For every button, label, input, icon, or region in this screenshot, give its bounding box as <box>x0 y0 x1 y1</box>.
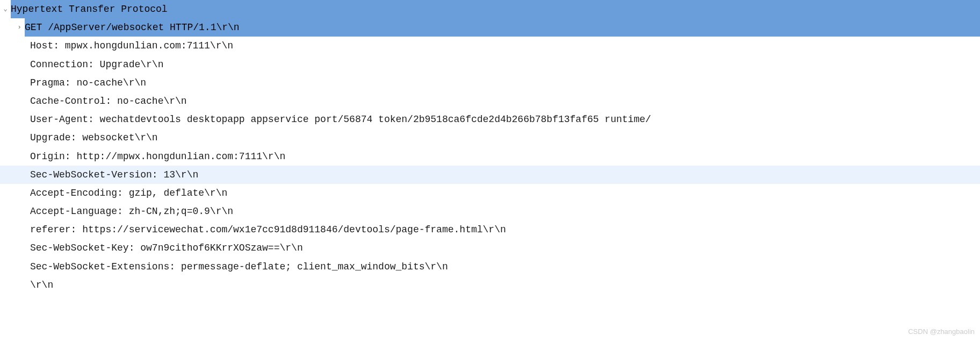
header-value: User-Agent: wechatdevtools desktopapp ap… <box>30 110 980 129</box>
header-value: Accept-Language: zh-CN,zh;q=0.9\r\n <box>30 202 980 220</box>
header-row[interactable]: \r\n <box>0 276 980 294</box>
header-value: Sec-WebSocket-Version: 13\r\n <box>30 166 980 184</box>
header-value: referer: https://servicewechat.com/wx1e7… <box>30 220 980 239</box>
header-row[interactable]: referer: https://servicewechat.com/wx1e7… <box>0 220 980 239</box>
header-row[interactable]: Accept-Encoding: gzip, deflate\r\n <box>0 184 980 202</box>
request-line-row[interactable]: › GET /AppServer/websocket HTTP/1.1\r\n <box>0 18 980 37</box>
header-value: \r\n <box>30 276 980 294</box>
header-row[interactable]: Host: mpwx.hongdunlian.com:7111\r\n <box>0 37 980 55</box>
header-value: Cache-Control: no-cache\r\n <box>30 92 980 110</box>
header-value: Sec-WebSocket-Extensions: permessage-def… <box>30 258 980 276</box>
header-value: Accept-Encoding: gzip, deflate\r\n <box>30 184 980 202</box>
watermark: CSDN @zhangbaolin <box>908 325 975 339</box>
header-row[interactable]: Connection: Upgrade\r\n <box>0 55 980 74</box>
chevron-right-icon[interactable]: › <box>14 22 25 34</box>
protocol-title: Hypertext Transfer Protocol <box>11 0 980 18</box>
header-row[interactable]: Sec-WebSocket-Extensions: permessage-def… <box>0 258 980 276</box>
header-row[interactable]: Cache-Control: no-cache\r\n <box>0 92 980 110</box>
header-row[interactable]: Accept-Language: zh-CN,zh;q=0.9\r\n <box>0 202 980 220</box>
header-row[interactable]: Sec-WebSocket-Key: ow7n9cithof6KKrrXOSza… <box>0 239 980 257</box>
header-row[interactable]: Sec-WebSocket-Version: 13\r\n <box>0 166 980 184</box>
header-row[interactable]: Pragma: no-cache\r\n <box>0 74 980 92</box>
protocol-title-row[interactable]: ⌄ Hypertext Transfer Protocol <box>0 0 980 18</box>
header-value: Origin: http://mpwx.hongdunlian.com:7111… <box>30 147 980 166</box>
header-row[interactable]: Upgrade: websocket\r\n <box>0 129 980 147</box>
chevron-down-icon[interactable]: ⌄ <box>0 3 11 16</box>
header-value: Upgrade: websocket\r\n <box>30 129 980 147</box>
header-row[interactable]: Origin: http://mpwx.hongdunlian.com:7111… <box>0 147 980 166</box>
request-line: GET /AppServer/websocket HTTP/1.1\r\n <box>25 18 980 37</box>
header-value: Connection: Upgrade\r\n <box>30 55 980 74</box>
header-value: Host: mpwx.hongdunlian.com:7111\r\n <box>30 37 980 55</box>
header-value: Pragma: no-cache\r\n <box>30 74 980 92</box>
header-value: Sec-WebSocket-Key: ow7n9cithof6KKrrXOSza… <box>30 239 980 257</box>
header-row[interactable]: User-Agent: wechatdevtools desktopapp ap… <box>0 110 980 129</box>
